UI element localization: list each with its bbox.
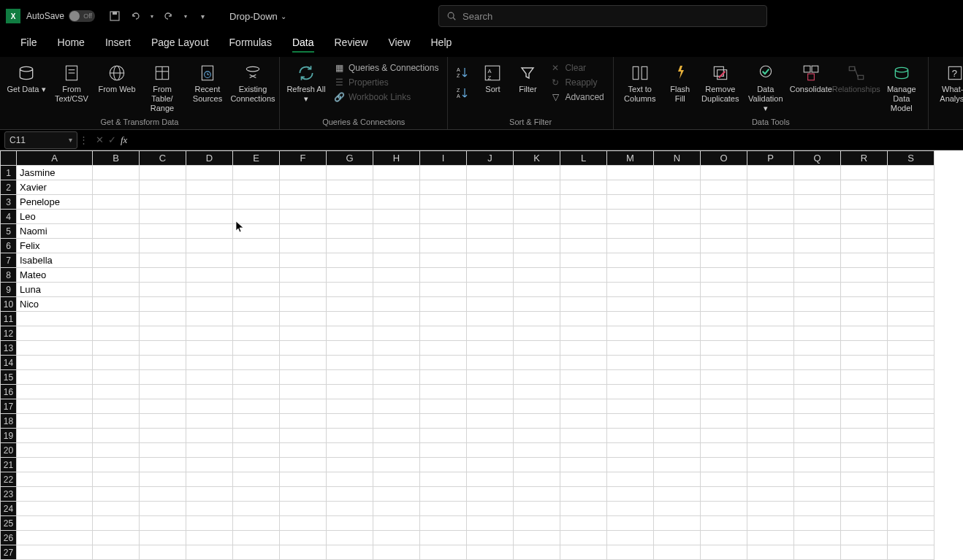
cell-O13[interactable] <box>701 341 747 356</box>
cell-R26[interactable] <box>841 531 888 545</box>
cell-O26[interactable] <box>701 531 747 545</box>
cell-A25[interactable] <box>17 516 93 531</box>
cell-F8[interactable] <box>280 268 327 283</box>
cell-P17[interactable] <box>747 399 794 414</box>
cell-C20[interactable] <box>140 443 186 458</box>
cell-A21[interactable] <box>17 458 93 472</box>
cell-D25[interactable] <box>186 516 233 531</box>
row-header-6[interactable]: 6 <box>1 239 17 253</box>
cell-A16[interactable] <box>17 385 93 399</box>
cell-A24[interactable] <box>17 502 93 516</box>
cell-A19[interactable] <box>17 429 93 443</box>
worksheet-grid[interactable]: ABCDEFGHIJKLMNOPQRS 1Jasmine2Xavier3Pene… <box>0 150 963 560</box>
cell-E18[interactable] <box>233 414 280 429</box>
cell-J11[interactable] <box>467 312 514 326</box>
cell-C24[interactable] <box>140 502 186 516</box>
cell-K27[interactable] <box>514 545 560 560</box>
row-header-18[interactable]: 18 <box>1 414 17 429</box>
cell-C18[interactable] <box>140 414 186 429</box>
cell-D26[interactable] <box>186 531 233 545</box>
cell-O25[interactable] <box>701 516 747 531</box>
cell-H17[interactable] <box>373 399 420 414</box>
cell-J24[interactable] <box>467 502 514 516</box>
cell-O4[interactable] <box>701 210 747 224</box>
cell-K22[interactable] <box>514 472 560 487</box>
cell-B8[interactable] <box>93 268 140 283</box>
cell-F9[interactable] <box>280 283 327 297</box>
cell-D9[interactable] <box>186 283 233 297</box>
sort-desc-button[interactable]: ZA <box>454 85 470 101</box>
row-header-11[interactable]: 11 <box>1 312 17 326</box>
cell-S26[interactable] <box>888 531 935 545</box>
cell-R27[interactable] <box>841 545 888 560</box>
cell-S19[interactable] <box>888 429 935 443</box>
cell-D16[interactable] <box>186 385 233 399</box>
cell-N18[interactable] <box>654 414 701 429</box>
cell-O14[interactable] <box>701 356 747 370</box>
cell-O7[interactable] <box>701 253 747 268</box>
cell-O6[interactable] <box>701 239 747 253</box>
cell-N26[interactable] <box>654 531 701 545</box>
row-header-8[interactable]: 8 <box>1 268 17 283</box>
cell-Q5[interactable] <box>794 224 841 239</box>
cell-E20[interactable] <box>233 443 280 458</box>
cell-F7[interactable] <box>280 253 327 268</box>
cell-H8[interactable] <box>373 268 420 283</box>
column-header-R[interactable]: R <box>841 151 888 166</box>
cell-B22[interactable] <box>93 472 140 487</box>
cell-S25[interactable] <box>888 516 935 531</box>
cell-I6[interactable] <box>420 239 467 253</box>
cell-M16[interactable] <box>607 385 654 399</box>
cell-J2[interactable] <box>467 180 514 195</box>
cell-D11[interactable] <box>186 312 233 326</box>
cell-K25[interactable] <box>514 516 560 531</box>
autosave-toggle[interactable]: AutoSave Off <box>26 10 95 22</box>
cell-L20[interactable] <box>560 443 607 458</box>
cell-R23[interactable] <box>841 487 888 502</box>
cell-G19[interactable] <box>327 429 373 443</box>
tab-review[interactable]: Review <box>324 32 378 57</box>
cell-L17[interactable] <box>560 399 607 414</box>
cell-B5[interactable] <box>93 224 140 239</box>
cell-R17[interactable] <box>841 399 888 414</box>
cell-O24[interactable] <box>701 502 747 516</box>
cell-H24[interactable] <box>373 502 420 516</box>
cell-E9[interactable] <box>233 283 280 297</box>
cell-I23[interactable] <box>420 487 467 502</box>
cell-A10[interactable]: Nico <box>17 297 93 312</box>
cell-G23[interactable] <box>327 487 373 502</box>
cell-N20[interactable] <box>654 443 701 458</box>
cell-K2[interactable] <box>514 180 560 195</box>
cell-E5[interactable] <box>233 224 280 239</box>
recent-sources-button[interactable]: Recent Sources <box>187 60 228 104</box>
tab-home[interactable]: Home <box>47 32 95 57</box>
cell-B11[interactable] <box>93 312 140 326</box>
cell-H16[interactable] <box>373 385 420 399</box>
cell-L12[interactable] <box>560 326 607 341</box>
cell-N27[interactable] <box>654 545 701 560</box>
cell-L4[interactable] <box>560 210 607 224</box>
cell-F20[interactable] <box>280 443 327 458</box>
cell-O2[interactable] <box>701 180 747 195</box>
cell-M23[interactable] <box>607 487 654 502</box>
cell-I17[interactable] <box>420 399 467 414</box>
cell-P11[interactable] <box>747 312 794 326</box>
cell-R15[interactable] <box>841 370 888 385</box>
redo-dropdown-icon[interactable]: ▾ <box>183 9 189 23</box>
advanced-button[interactable]: ▽Advanced <box>547 91 606 104</box>
cell-L13[interactable] <box>560 341 607 356</box>
cell-A22[interactable] <box>17 472 93 487</box>
cell-O20[interactable] <box>701 443 747 458</box>
cell-I24[interactable] <box>420 502 467 516</box>
cell-S6[interactable] <box>888 239 935 253</box>
cell-S11[interactable] <box>888 312 935 326</box>
cell-J12[interactable] <box>467 326 514 341</box>
cell-I19[interactable] <box>420 429 467 443</box>
cell-H10[interactable] <box>373 297 420 312</box>
cell-F27[interactable] <box>280 545 327 560</box>
cell-D18[interactable] <box>186 414 233 429</box>
cell-G1[interactable] <box>327 166 373 180</box>
cell-P16[interactable] <box>747 385 794 399</box>
cell-R24[interactable] <box>841 502 888 516</box>
cell-B20[interactable] <box>93 443 140 458</box>
